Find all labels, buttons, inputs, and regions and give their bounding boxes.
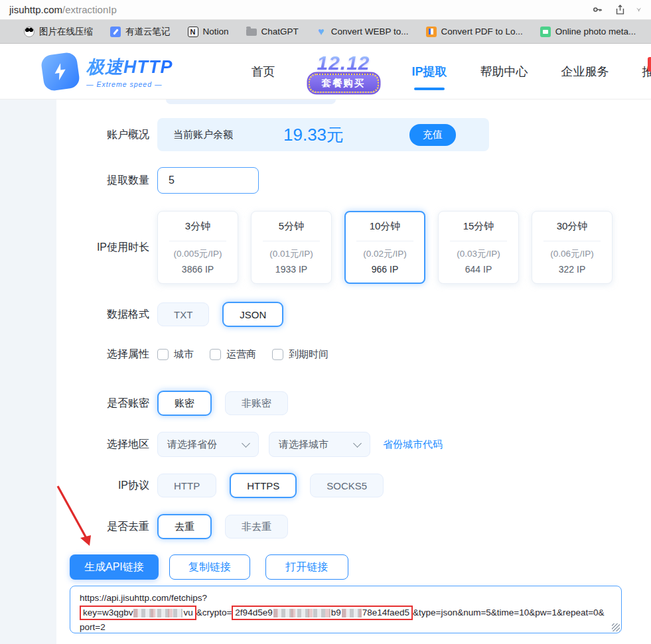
checkbox-icon[interactable] bbox=[210, 349, 221, 360]
logo-title: 极速HTTP bbox=[86, 55, 173, 79]
dedup-row: 是否去重 去重 非去重 bbox=[56, 514, 651, 539]
password-key-icon[interactable] bbox=[591, 4, 603, 16]
attr-checkbox-expiry[interactable]: 到期时间 bbox=[272, 348, 328, 361]
textarea-resize-handle[interactable] bbox=[612, 623, 620, 631]
balance-panel: 当前账户余额 19.33元 充值 bbox=[157, 118, 489, 151]
bookmark-notion[interactable]: NNotion bbox=[188, 27, 229, 37]
notion-n-icon: N bbox=[188, 27, 198, 37]
city-select[interactable]: 请选择城市 bbox=[269, 432, 370, 457]
pen-icon bbox=[110, 27, 121, 37]
account-label: 账户概况 bbox=[56, 128, 149, 142]
clipped-element-above bbox=[166, 99, 336, 104]
browser-url-bar[interactable]: jisuhttp.com/extractionIp bbox=[0, 0, 651, 20]
duration-label: IP使用时长 bbox=[56, 241, 149, 255]
nav-ip-extract[interactable]: IP提取 bbox=[412, 64, 447, 80]
quantity-label: 提取数量 bbox=[56, 174, 149, 188]
divider bbox=[543, 241, 601, 241]
clipped-toolbar-icon[interactable] bbox=[636, 4, 642, 16]
bookmark-chatgpt-folder[interactable]: ChatGPT bbox=[246, 27, 299, 36]
photo-tool-icon bbox=[540, 27, 551, 37]
share-icon[interactable] bbox=[614, 4, 626, 16]
actions-row: 生成API链接 复制链接 打开链接 bbox=[70, 554, 348, 580]
duration-option-15min[interactable]: 15分钟 (0.03元/IP) 644 IP bbox=[438, 211, 519, 284]
copy-link-button[interactable]: 复制链接 bbox=[169, 554, 250, 580]
crypto-annotation-box: 2f94d5e9b978e14faed5 bbox=[232, 606, 413, 620]
clipped-red-badge bbox=[648, 57, 651, 72]
site-header: 极速HTTP — Extreme speed — 首页 12.12 套餐购买 I… bbox=[0, 44, 651, 99]
redacted-pixelated-block bbox=[342, 609, 362, 617]
bookmark-youdao-note[interactable]: 有道云笔记 bbox=[110, 26, 171, 38]
logo-tagline: — Extreme speed — bbox=[86, 80, 173, 88]
divider bbox=[450, 241, 507, 241]
attr-checkbox-carrier[interactable]: 运营商 bbox=[210, 348, 256, 361]
chevron-down-icon bbox=[353, 439, 362, 448]
dedup-option-yes-selected[interactable]: 去重 bbox=[157, 514, 212, 539]
promo-package-badge[interactable]: 12.12 套餐购买 bbox=[309, 53, 379, 93]
url-path: /extractionIp bbox=[62, 4, 117, 15]
protocol-option-http[interactable]: HTTP bbox=[157, 474, 216, 497]
auth-option-no-credentials[interactable]: 非账密 bbox=[225, 391, 288, 415]
format-label: 数据格式 bbox=[56, 308, 149, 322]
format-option-json-selected[interactable]: JSON bbox=[222, 302, 283, 327]
main-nav: 首页 12.12 套餐购买 IP提取 帮助中心 企业服务 推广返利 bbox=[252, 52, 651, 92]
bookmark-convert-webp[interactable]: ♥Convert WEBP to... bbox=[316, 27, 409, 37]
bookmarks-bar: 加密工具 图片在线压缩 有道云笔记 NNotion ChatGPT ♥Conve… bbox=[0, 20, 651, 44]
duration-option-30min[interactable]: 30分钟 (0.06元/IP) 322 IP bbox=[532, 211, 613, 284]
format-option-txt[interactable]: TXT bbox=[157, 302, 209, 326]
quantity-input[interactable] bbox=[157, 167, 259, 194]
promo-buy-label: 套餐购买 bbox=[309, 74, 379, 93]
duration-option-5min[interactable]: 5分钟 (0.01元/IP) 1933 IP bbox=[251, 211, 332, 284]
divider bbox=[169, 241, 226, 241]
api-url-line1: https://api.jisuhttp.com/fetchips? bbox=[80, 591, 612, 606]
attributes-row: 选择属性 城市 运营商 到期时间 bbox=[56, 346, 651, 362]
recharge-button[interactable]: 充值 bbox=[409, 124, 456, 146]
api-url-output[interactable]: https://api.jisuhttp.com/fetchips? key=w… bbox=[70, 586, 622, 633]
format-row: 数据格式 TXT JSON bbox=[56, 302, 651, 327]
nav-home[interactable]: 首页 bbox=[252, 64, 275, 80]
balance-label: 当前账户余额 bbox=[173, 129, 233, 141]
dedup-label: 是否去重 bbox=[56, 520, 149, 534]
attributes-label: 选择属性 bbox=[56, 348, 149, 361]
bookmark-photo-meta[interactable]: Online photo meta... bbox=[540, 27, 636, 37]
protocol-option-socks5[interactable]: SOCKS5 bbox=[310, 474, 384, 497]
bookmark-convert-pdf[interactable]: Convert PDF to Lo... bbox=[426, 27, 523, 37]
nav-help-center[interactable]: 帮助中心 bbox=[480, 64, 528, 80]
checkbox-icon[interactable] bbox=[157, 349, 169, 360]
redacted-pixelated-block bbox=[273, 609, 330, 617]
attr-checkbox-city[interactable]: 城市 bbox=[157, 348, 194, 361]
folder-icon bbox=[246, 29, 257, 36]
divider bbox=[263, 241, 320, 241]
duration-row: IP使用时长 3分钟 (0.005元/IP) 3866 IP 5分钟 (0.01… bbox=[56, 211, 651, 284]
extraction-form-card: 账户概况 当前账户余额 19.33元 充值 提取数量 IP使用时长 3分钟 bbox=[56, 99, 651, 644]
auth-option-credentials-selected[interactable]: 账密 bbox=[157, 391, 212, 416]
dedup-option-no[interactable]: 非去重 bbox=[225, 515, 288, 539]
balance-value: 19.33元 bbox=[283, 123, 344, 147]
key-annotation-box: key=w3qgbvvu bbox=[80, 606, 196, 620]
api-url-line2: key=w3qgbvvu&crypto=2f94d5e9b978e14faed5… bbox=[80, 606, 612, 620]
province-city-code-link[interactable]: 省份城市代码 bbox=[383, 438, 443, 451]
open-link-button[interactable]: 打开链接 bbox=[265, 554, 348, 580]
redacted-pixelated-block bbox=[133, 609, 182, 617]
duration-option-10min-selected[interactable]: 10分钟 (0.02元/IP) 966 IP bbox=[344, 211, 425, 284]
region-row: 选择地区 请选择省份 请选择城市 省份城市代码 bbox=[56, 432, 651, 457]
chevron-down-icon bbox=[242, 439, 250, 448]
protocol-option-https-selected[interactable]: HTTPS bbox=[230, 473, 297, 498]
protocol-label: IP协议 bbox=[56, 479, 149, 493]
province-select[interactable]: 请选择省份 bbox=[157, 432, 259, 457]
nav-enterprise[interactable]: 企业服务 bbox=[561, 64, 609, 80]
protocol-row: IP协议 HTTP HTTPS SOCKS5 bbox=[56, 473, 651, 498]
site-logo[interactable]: 极速HTTP — Extreme speed — bbox=[42, 54, 173, 90]
generate-api-link-button[interactable]: 生成API链接 bbox=[70, 554, 159, 580]
promo-date: 12.12 bbox=[309, 53, 379, 73]
bookmark-image-compress[interactable]: 图片在线压缩 bbox=[24, 26, 93, 38]
account-row: 账户概况 当前账户余额 19.33元 充值 bbox=[56, 118, 651, 151]
auth-row: 是否账密 账密 非账密 bbox=[56, 391, 651, 416]
lightning-bolt-icon bbox=[40, 51, 81, 92]
pdf-tool-icon bbox=[426, 27, 437, 37]
checkbox-icon[interactable] bbox=[272, 349, 283, 360]
quantity-row: 提取数量 bbox=[56, 167, 651, 194]
url-text[interactable]: jisuhttp.com/extractionIp bbox=[9, 4, 117, 15]
heart-icon: ♥ bbox=[316, 27, 326, 37]
page-background: 账户概况 当前账户余额 19.33元 充值 提取数量 IP使用时长 3分钟 bbox=[0, 99, 651, 644]
duration-option-3min[interactable]: 3分钟 (0.005元/IP) 3866 IP bbox=[157, 211, 238, 284]
